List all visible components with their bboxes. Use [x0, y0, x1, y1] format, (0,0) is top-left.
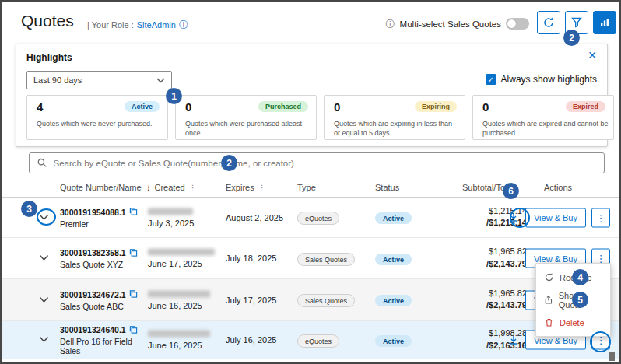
scrollbar-thumb[interactable]	[609, 352, 615, 361]
status-badge: Active	[375, 295, 412, 306]
trash-icon	[544, 317, 554, 327]
column-header-type: Type	[297, 183, 316, 192]
always-show-row: ✓ Always show highlights	[486, 74, 597, 85]
redacted-creator	[148, 249, 215, 256]
role-value: SiteAdmin	[137, 20, 176, 30]
copy-icon[interactable]	[129, 325, 138, 334]
highlights-panel: Highlights ✕ Last 90 days ✓ Always show …	[16, 44, 608, 147]
refresh-icon	[542, 16, 555, 29]
bar-chart-icon	[598, 16, 611, 29]
role-prefix: | Your Role :	[87, 20, 134, 30]
copy-icon[interactable]	[129, 248, 138, 257]
quote-number: 3000191324672.1	[60, 289, 126, 299]
created-date: June 16, 2025	[148, 300, 210, 310]
column-header-actions: Actions	[544, 183, 572, 192]
period-value: Last 90 days	[33, 75, 82, 85]
callout-2-search: 2	[221, 155, 237, 171]
view-buy-button[interactable]: View & Buy	[525, 208, 586, 227]
search-input[interactable]	[54, 159, 597, 168]
callout-4: 4	[572, 269, 588, 285]
page-title: Quotes	[21, 12, 74, 30]
expand-chevron-icon[interactable]	[39, 254, 49, 263]
card-expiring: 0 Expiring Quotes which are expiring in …	[324, 95, 465, 140]
role-info-icon[interactable]: ⓘ	[179, 20, 188, 30]
column-header-status: Status	[375, 183, 399, 192]
card-count: 0	[185, 100, 191, 114]
card-expired: 0 Expired Quotes which are expired and c…	[472, 95, 614, 140]
highlights-title: Highlights	[26, 52, 72, 63]
callout-2-filter: 2	[563, 30, 580, 46]
annotation-ring-download	[510, 208, 530, 228]
multi-select-label: Multi-select Sales Quotes	[400, 19, 501, 29]
status-badge: Active	[375, 254, 412, 265]
card-description: Quotes which were purchased atleast once…	[185, 119, 311, 138]
multi-select-toggle[interactable]	[506, 18, 529, 30]
column-menu-icon[interactable]: ⋮	[258, 184, 266, 192]
table-row[interactable]: 3000191324640.1 Dell Pro 16 for Field Sa…	[2, 321, 619, 359]
card-count: 0	[334, 100, 340, 114]
always-show-checkbox[interactable]: ✓	[486, 74, 496, 85]
created-date: July 3, 2025	[148, 218, 194, 227]
column-header-expires[interactable]: Expires ⋮	[226, 183, 266, 192]
column-header-number[interactable]: Quote Number/Name ⋮	[60, 183, 153, 192]
card-active: 4 Active Quotes which were never purchas…	[26, 95, 168, 140]
sort-desc-icon[interactable]: ↓	[146, 183, 151, 192]
quote-name: Dell Pro 16 for Field Sales	[60, 337, 147, 355]
expand-chevron-icon[interactable]	[39, 296, 49, 305]
table-header: Quote Number/Name ⋮ ↓ Created ⋮ Expires …	[2, 180, 619, 198]
table-row[interactable]: 3000191324672.1 Sales Quote ABC June 16,…	[2, 279, 619, 321]
annotation-ring-kebab	[590, 331, 611, 352]
multi-select-info-icon[interactable]: ⓘ	[386, 19, 395, 29]
quote-name: Premier	[60, 219, 147, 228]
quote-name: Sales Quote XYZ	[60, 260, 147, 269]
expires-date: July 16, 2025	[226, 335, 276, 345]
table-row[interactable]: 3000191382358.1 Sales Quote XYZ June 17,…	[2, 238, 619, 279]
period-dropdown[interactable]: Last 90 days	[26, 71, 172, 89]
card-purchased: 0 Purchased Quotes which were purchased …	[175, 95, 317, 140]
callout-6: 6	[503, 183, 519, 199]
column-menu-icon[interactable]: ⋮	[189, 184, 197, 192]
role-line: | Your Role : SiteAdmin ⓘ	[87, 20, 188, 30]
download-icon[interactable]	[507, 334, 520, 346]
chevron-down-icon	[156, 78, 165, 83]
redacted-creator	[148, 331, 210, 338]
card-description: Quotes which were never purchased.	[37, 119, 163, 128]
menu-item-delete[interactable]: Delete	[536, 311, 610, 334]
share-icon	[544, 295, 553, 305]
status-badge: Expired	[566, 101, 605, 112]
created-date: June 17, 2025	[148, 259, 215, 268]
search-icon	[37, 157, 48, 169]
copy-icon[interactable]	[129, 208, 138, 216]
card-count: 4	[37, 100, 43, 114]
card-count: 0	[482, 100, 489, 114]
status-badge: Active	[125, 101, 160, 112]
expires-date: August 2, 2025	[226, 213, 283, 222]
expires-date: July 17, 2025	[226, 296, 276, 305]
close-icon[interactable]: ✕	[588, 49, 597, 61]
highlight-cards: 4 Active Quotes which were never purchas…	[26, 95, 614, 140]
copy-icon[interactable]	[129, 290, 138, 299]
row-kebab-button[interactable]: ⋮	[591, 208, 610, 227]
stats-button[interactable]	[593, 11, 616, 34]
status-badge: Purchased	[258, 101, 308, 112]
toggle-knob	[507, 19, 516, 28]
card-description: Quotes which are expired and cannot be p…	[482, 119, 609, 138]
column-header-created[interactable]: ↓ Created ⋮	[146, 183, 197, 192]
type-badge: eQuotes	[297, 212, 339, 225]
status-badge: Active	[375, 212, 412, 224]
search-bar	[29, 152, 605, 173]
quote-number: 3000191382358.1	[60, 248, 126, 257]
quote-number: 3000191954088.1	[60, 207, 126, 216]
refresh-button[interactable]	[537, 11, 560, 34]
expand-chevron-icon[interactable]	[39, 335, 49, 345]
redacted-creator	[148, 208, 193, 215]
type-badge: Sales Quotes	[297, 253, 355, 266]
status-badge: Expiring	[415, 101, 457, 112]
filter-funnel-icon	[570, 16, 583, 29]
redacted-creator	[148, 290, 210, 297]
quote-name: Sales Quote ABC	[60, 301, 147, 310]
status-badge: Active	[375, 335, 412, 347]
created-date: June 16, 2025	[148, 341, 210, 350]
callout-3: 3	[21, 201, 37, 217]
callout-5: 5	[572, 292, 588, 308]
